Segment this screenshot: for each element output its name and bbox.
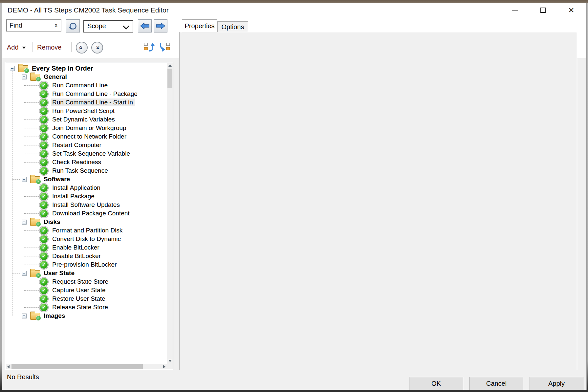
folder-check-icon: ✓	[30, 313, 40, 320]
status-text: No Results	[7, 373, 39, 381]
tree-guide-line	[24, 102, 40, 103]
tree-node-label: Every Step In Order	[31, 64, 96, 73]
tree-rows: ✓Every Step In Order✓General✓Run Command…	[5, 64, 167, 364]
scope-dropdown-value: Scope	[87, 22, 106, 30]
tree-expander-icon[interactable]	[10, 66, 15, 71]
tree-guide-line	[24, 120, 40, 120]
move-step-down-button[interactable]: «	[91, 42, 103, 54]
tree-node-label: Install Package	[51, 192, 97, 200]
cancel-button[interactable]: Cancel	[469, 377, 523, 390]
clear-find-icon[interactable]: x	[55, 22, 58, 29]
scroll-right-button[interactable]	[162, 364, 167, 369]
tree-horizontal-scrollbar[interactable]	[6, 364, 167, 369]
chevron-down-icon	[22, 47, 26, 49]
tab-options[interactable]: Options	[217, 21, 248, 32]
tree-group-node[interactable]: ✓User State	[5, 269, 167, 277]
tree-vertical-scrollbar[interactable]	[167, 63, 173, 364]
tree-guide-line	[24, 145, 40, 145]
add-button-label: Add	[7, 44, 19, 51]
tree-expander-icon[interactable]	[22, 75, 27, 79]
remove-button[interactable]: Remove	[37, 41, 61, 54]
scroll-left-button[interactable]	[6, 364, 11, 369]
tree-node-label: Connect to Network Folder	[51, 133, 129, 141]
tree-guide-line	[24, 94, 40, 94]
tree-node-label: Convert Disk to Dynamic	[51, 235, 123, 243]
apply-button[interactable]: Apply	[530, 377, 583, 390]
tree-expander-icon[interactable]	[22, 271, 27, 276]
toolbar-separator	[71, 42, 72, 52]
scope-dropdown[interactable]: Scope	[83, 20, 133, 33]
tree-node-label: Restart Computer	[51, 141, 104, 149]
ok-button[interactable]: OK	[409, 377, 463, 390]
screen: DEMO - All TS Steps CM2002 Task Sequence…	[0, 0, 588, 392]
tree-guide-line	[12, 179, 21, 180]
tree-node-label: Disks	[43, 218, 63, 226]
folder-check-icon: ✓	[30, 219, 40, 226]
toolbar-separator	[33, 42, 33, 52]
step-check-icon: ✓	[40, 295, 48, 303]
step-check-icon: ✓	[40, 124, 48, 132]
step-check-icon: ✓	[40, 278, 48, 286]
find-input[interactable]: Find x	[6, 19, 61, 32]
tree-guide-line	[24, 171, 40, 171]
step-check-icon: ✓	[40, 90, 48, 98]
expand-list-icon	[143, 42, 155, 53]
tree-node-label: Check Readiness	[51, 158, 103, 166]
remove-button-label: Remove	[37, 44, 61, 51]
tree-guide-line	[24, 256, 40, 256]
tree-expander-icon[interactable]	[22, 314, 27, 318]
search-button[interactable]	[66, 19, 80, 33]
find-previous-button[interactable]	[138, 19, 152, 33]
folder-check-icon: ✓	[30, 176, 40, 183]
tree-group-node[interactable]: ✓Images	[5, 312, 167, 320]
tree-expander-icon[interactable]	[22, 177, 27, 182]
vertical-scroll-thumb[interactable]	[167, 69, 172, 88]
tree-guide-line	[24, 226, 24, 265]
step-check-icon: ✓	[40, 304, 48, 311]
tree-guide-line	[24, 183, 24, 213]
step-check-icon: ✓	[40, 159, 48, 166]
maximize-button[interactable]	[534, 3, 552, 17]
step-check-icon: ✓	[40, 261, 48, 269]
tree-guide-line	[24, 213, 40, 214]
tree-node-label: Software	[43, 175, 72, 183]
close-button[interactable]: ✕	[562, 3, 580, 17]
step-check-icon: ✓	[40, 184, 48, 192]
expand-all-button[interactable]	[143, 42, 155, 53]
tree-expander-icon[interactable]	[22, 220, 27, 225]
move-step-up-button[interactable]: «	[76, 42, 88, 54]
tree-root-node[interactable]: ✓Every Step In Order	[5, 64, 167, 73]
tree-guide-line	[24, 277, 24, 307]
tree-guide-line	[24, 282, 40, 282]
tree-node-label: Restore User State	[51, 295, 108, 303]
scroll-down-button[interactable]	[167, 358, 173, 364]
tree-node-label: Join Domain or Workgroup	[51, 124, 129, 132]
step-check-icon: ✓	[40, 244, 48, 251]
tab-properties[interactable]: Properties	[182, 19, 217, 32]
tree-group-node[interactable]: ✓General	[5, 73, 167, 81]
collapse-all-button[interactable]	[159, 42, 170, 53]
tree-node-label: General	[43, 73, 69, 81]
horizontal-scroll-thumb[interactable]	[11, 364, 143, 369]
minimize-button[interactable]	[506, 3, 524, 17]
add-button[interactable]: Add	[7, 41, 26, 54]
tree-guide-line	[24, 128, 40, 128]
tree-guide-line	[24, 265, 40, 265]
tree-group-node[interactable]: ✓Disks	[5, 218, 167, 226]
step-check-icon: ✓	[40, 210, 48, 217]
tree-group-node[interactable]: ✓Software	[5, 175, 167, 184]
folder-check-icon: ✓	[18, 65, 28, 72]
tree-guide-line	[12, 222, 21, 222]
find-next-button[interactable]	[154, 19, 167, 33]
tree-guide-line	[24, 205, 40, 205]
maximize-icon	[540, 8, 546, 13]
step-check-icon: ✓	[40, 99, 48, 106]
tree-node-label: Set Task Sequence Variable	[51, 150, 132, 158]
tree-node-label: Install Application	[51, 184, 103, 192]
tree-node-label: Run Command Line	[51, 81, 110, 89]
tree-guide-line	[24, 307, 40, 308]
tree-guide-line	[12, 316, 21, 316]
dialog-window: DEMO - All TS Steps CM2002 Task Sequence…	[2, 3, 587, 390]
scroll-up-button[interactable]	[167, 63, 173, 68]
properties-panel	[179, 32, 577, 370]
